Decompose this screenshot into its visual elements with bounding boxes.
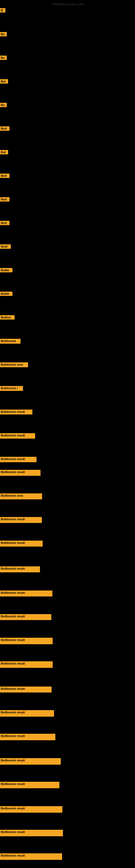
bottleneck-label-18: Bottleneck result [0, 410, 32, 414]
bottleneck-label-31: Bottleneck result [0, 710, 54, 717]
bottleneck-label-22: Bottleneck resu [0, 493, 42, 499]
bottleneck-label-1: B [0, 8, 5, 12]
bottleneck-label-10: Bott [0, 221, 9, 225]
bottleneck-label-37: Bottleneck result [0, 854, 62, 860]
bottleneck-label-13: Bottle [0, 291, 12, 296]
bottleneck-label-8: Bott [0, 174, 9, 178]
bottleneck-label-32: Bottleneck result [0, 734, 55, 740]
bottleneck-label-29: Bottleneck result [0, 661, 53, 668]
bottleneck-label-23: Bottleneck result [0, 517, 42, 523]
bottleneck-label-4: Bot [0, 79, 8, 84]
bottleneck-label-17: Bottleneck r [0, 386, 23, 391]
bottleneck-label-2: Bo [0, 32, 7, 36]
bottleneck-label-3: Bo [0, 56, 7, 60]
bottleneck-label-7: Bot [0, 150, 8, 154]
bottleneck-label-11: Bottl [0, 244, 11, 249]
bottleneck-label-15: Bottleneck [0, 339, 20, 344]
bottleneck-label-36: Bottleneck result [0, 830, 63, 836]
bottleneck-label-35: Bottleneck result [0, 806, 62, 813]
bottleneck-label-24: Bottleneck result [0, 540, 43, 547]
bottleneck-label-28: Bottleneck result [0, 638, 53, 644]
bottleneck-label-16: Bottleneck resu [0, 362, 28, 367]
bottleneck-label-12: Bottle [0, 268, 12, 272]
bottleneck-label-9: Bott [0, 197, 9, 202]
bottleneck-label-34: Bottleneck result [0, 782, 59, 788]
bottleneck-label-27: Bottleneck result [0, 614, 51, 620]
bottleneck-label-30: Bottleneck result [0, 686, 52, 692]
bottleneck-label-33: Bottleneck result [0, 758, 61, 765]
bottleneck-label-6: Bott [0, 126, 9, 131]
bottleneck-label-14: Bottlen [0, 315, 14, 319]
bottleneck-label-20: Bottleneck result [0, 457, 37, 462]
site-title: TheBottlenecker.com [51, 2, 84, 6]
bottleneck-label-26: Bottleneck result [0, 590, 52, 596]
bottleneck-label-19: Bottleneck result [0, 433, 35, 439]
bottleneck-label-21: Bottleneck result [0, 470, 41, 476]
bottleneck-label-25: Bottleneck result [0, 566, 40, 572]
bottleneck-label-5: Bo [0, 103, 7, 107]
